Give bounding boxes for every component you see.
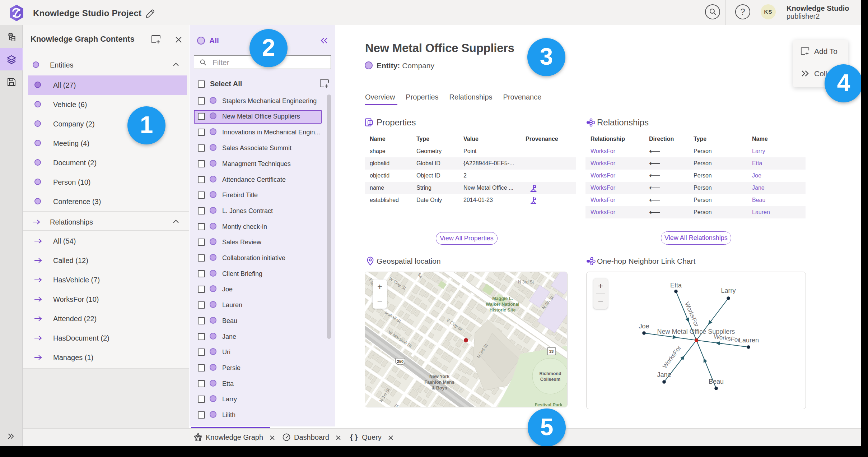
svg-text:Etta: Etta — [670, 282, 682, 289]
svg-text:New York: New York — [429, 374, 449, 379]
svg-text:Coliseum: Coliseum — [540, 377, 560, 382]
svg-text:Richmond: Richmond — [539, 371, 561, 376]
svg-text:WorksFor: WorksFor — [661, 344, 683, 369]
svg-text:Beau: Beau — [709, 378, 724, 385]
svg-text:Historic Site: Historic Site — [490, 308, 516, 313]
svg-text:Festival Park: Festival Park — [535, 402, 562, 407]
svg-text:& Boys: & Boys — [431, 386, 447, 391]
svg-text:Joe: Joe — [639, 323, 649, 330]
svg-text:250: 250 — [397, 359, 403, 364]
svg-text:WorksFor: WorksFor — [713, 333, 741, 343]
svg-text:Lauren: Lauren — [739, 337, 759, 344]
svg-text:Larry: Larry — [721, 287, 736, 294]
svg-text:Maggie L.: Maggie L. — [492, 296, 513, 301]
svg-text:Walker National: Walker National — [486, 302, 519, 307]
svg-text:WorksFor: WorksFor — [683, 301, 700, 328]
svg-text:33: 33 — [549, 349, 554, 354]
svg-text:Jane: Jane — [657, 371, 671, 378]
svg-text:N 3rd St: N 3rd St — [518, 280, 534, 285]
svg-text:Fashion Mens: Fashion Mens — [424, 380, 454, 385]
